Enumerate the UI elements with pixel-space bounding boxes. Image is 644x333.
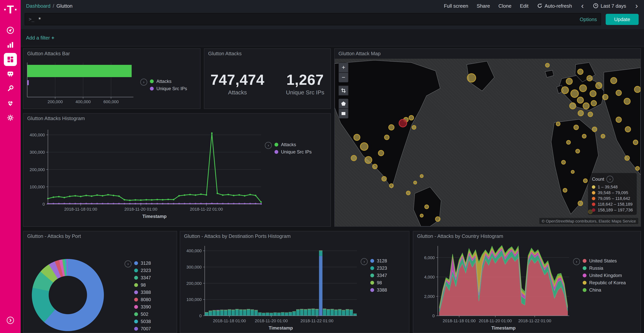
attack-marker[interactable] xyxy=(616,117,622,123)
map-draw-polygon-button[interactable] xyxy=(338,99,348,109)
attack-marker[interactable] xyxy=(635,166,640,171)
attack-marker[interactable] xyxy=(577,97,584,104)
attack-marker[interactable] xyxy=(384,135,390,140)
query-options-link[interactable]: Options xyxy=(580,16,597,22)
legend-item[interactable]: 3128 xyxy=(370,258,387,263)
sidebar-item-discover[interactable] xyxy=(4,24,17,37)
attacks-by-port-donut[interactable] xyxy=(24,241,124,332)
time-back-arrow[interactable]: ‹ xyxy=(580,3,584,9)
legend-item[interactable]: China xyxy=(583,287,626,293)
attack-marker[interactable] xyxy=(566,140,570,145)
add-filter-link[interactable]: Add a filter+ xyxy=(26,35,54,41)
legend-item[interactable]: 3128 xyxy=(134,260,151,266)
attack-marker[interactable] xyxy=(351,155,357,161)
attack-marker[interactable] xyxy=(569,102,576,109)
sidebar-item-monitoring[interactable] xyxy=(4,97,17,110)
attack-marker[interactable] xyxy=(592,127,597,132)
attack-marker[interactable] xyxy=(545,63,550,68)
t-mobile-logo[interactable]: T xyxy=(4,4,17,15)
attack-marker[interactable] xyxy=(616,90,622,96)
attack-marker[interactable] xyxy=(624,155,630,161)
attack-marker[interactable] xyxy=(566,78,573,85)
port-donut[interactable] xyxy=(32,259,104,331)
attack-marker[interactable] xyxy=(570,89,579,98)
attack-marker[interactable] xyxy=(582,134,586,139)
attack-marker[interactable] xyxy=(563,188,567,192)
map-zoom-in-button[interactable]: + xyxy=(338,63,348,73)
attack-marker[interactable] xyxy=(467,73,476,83)
legend-item[interactable]: United States xyxy=(583,258,626,263)
attack-map[interactable]: + − xyxy=(335,59,640,226)
dest-ports-histogram-chart[interactable]: 0100,000200,000300,000400,0002018-11-18 … xyxy=(180,241,361,332)
map-fit-data-button[interactable] xyxy=(338,86,348,96)
attack-marker[interactable] xyxy=(577,69,584,75)
legend-item[interactable]: Attacks xyxy=(274,142,312,147)
map-draw-rectangle-button[interactable] xyxy=(338,109,348,119)
legend-item[interactable]: 3388 xyxy=(370,287,387,293)
sidebar-item-honeypot-app[interactable] xyxy=(4,68,17,81)
legend-item[interactable]: 8080 xyxy=(134,297,151,302)
attack-marker-high[interactable] xyxy=(399,119,407,127)
legend-item[interactable]: 5038 xyxy=(134,319,151,324)
attack-marker[interactable] xyxy=(634,86,640,93)
attack-marker[interactable] xyxy=(578,200,583,206)
map-zoom-out-button[interactable]: − xyxy=(338,73,348,83)
legend-item[interactable]: Unique Src IPs xyxy=(150,86,187,91)
sidebar-item-visualize[interactable] xyxy=(4,38,17,51)
time-range-picker[interactable]: Last 7 days xyxy=(593,3,626,9)
legend-item[interactable]: Attacks xyxy=(150,79,187,84)
attack-marker[interactable] xyxy=(388,124,395,130)
legend-item[interactable]: 98 xyxy=(370,280,387,285)
attack-marker[interactable] xyxy=(424,204,429,209)
map-legend-toggle-icon[interactable]: › xyxy=(606,176,614,183)
sidebar-item-management[interactable] xyxy=(4,111,17,124)
legend-item[interactable]: 3347 xyxy=(370,273,387,278)
attack-marker[interactable] xyxy=(378,150,384,156)
attack-marker[interactable] xyxy=(590,90,596,97)
query-value[interactable]: * xyxy=(38,16,576,22)
attack-marker[interactable] xyxy=(601,134,605,139)
edit-button[interactable]: Edit xyxy=(520,3,528,9)
attack-marker[interactable] xyxy=(389,183,394,188)
country-histogram-chart[interactable]: 02,0004,0006,0002018-11-18 01:002018-11-… xyxy=(413,241,573,332)
attack-marker[interactable] xyxy=(586,75,592,81)
legend-toggle-icon[interactable]: › xyxy=(573,258,580,265)
attack-marker[interactable] xyxy=(382,176,387,182)
sidebar-item-dev-tools[interactable] xyxy=(4,82,17,95)
legend-item[interactable]: Republic of Korea xyxy=(583,280,626,285)
attack-marker[interactable] xyxy=(578,110,584,116)
attack-marker[interactable] xyxy=(372,164,378,169)
legend-item[interactable]: 7007 xyxy=(134,326,151,331)
legend-item[interactable]: 3388 xyxy=(134,290,151,295)
attack-marker[interactable] xyxy=(583,178,588,183)
legend-item[interactable]: Russia xyxy=(583,265,626,271)
legend-item[interactable]: 3347 xyxy=(134,275,151,280)
attack-marker[interactable] xyxy=(435,216,440,222)
attack-marker[interactable] xyxy=(360,143,368,151)
attack-marker[interactable] xyxy=(561,160,566,165)
legend-item[interactable]: 502 xyxy=(134,311,151,317)
attack-marker[interactable] xyxy=(413,180,417,184)
legend-item[interactable]: 2323 xyxy=(134,268,151,273)
time-forward-arrow[interactable]: › xyxy=(634,3,639,9)
attack-marker[interactable] xyxy=(420,213,424,217)
legend-toggle-icon[interactable]: › xyxy=(140,79,147,86)
attack-marker[interactable] xyxy=(406,190,411,195)
breadcrumb-dashboard-link[interactable]: Dashboard xyxy=(26,3,50,9)
legend-item[interactable]: 3390 xyxy=(134,304,151,309)
share-button[interactable]: Share xyxy=(477,3,490,9)
legend-toggle-icon[interactable]: › xyxy=(361,258,368,265)
attack-marker[interactable] xyxy=(579,85,587,92)
attack-marker[interactable] xyxy=(625,126,631,132)
attack-marker[interactable] xyxy=(556,122,560,126)
attack-marker[interactable] xyxy=(412,125,416,130)
attack-marker[interactable] xyxy=(409,115,414,121)
attack-marker[interactable] xyxy=(624,98,630,105)
legend-item[interactable]: 2323 xyxy=(370,265,387,271)
attack-marker[interactable] xyxy=(561,86,569,94)
attacks-bar-chart[interactable]: 200,000400,000600,000 xyxy=(24,59,140,109)
legend-item[interactable]: 98 xyxy=(134,282,151,288)
attack-marker[interactable] xyxy=(591,100,597,106)
attack-marker[interactable] xyxy=(633,140,638,145)
attack-marker[interactable] xyxy=(576,149,580,153)
